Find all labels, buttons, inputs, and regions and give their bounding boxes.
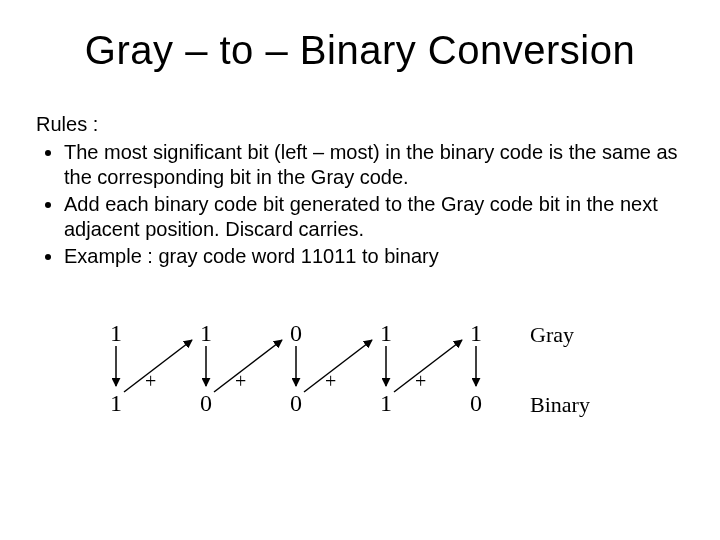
rules-label: Rules :	[36, 113, 684, 136]
slide: Gray – to – Binary Conversion Rules : Th…	[0, 0, 720, 540]
rule-item: The most significant bit (left – most) i…	[64, 140, 684, 190]
rule-item: Add each binary code bit generated to th…	[64, 192, 684, 242]
svg-line-7	[304, 340, 372, 392]
diagram-arrows	[110, 320, 610, 450]
svg-line-6	[214, 340, 282, 392]
svg-line-8	[394, 340, 462, 392]
conversion-diagram: 1 1 0 1 1 1 0 0 1 0 Gray Binary + + + +	[110, 320, 610, 450]
svg-line-5	[124, 340, 192, 392]
rules-list: The most significant bit (left – most) i…	[36, 140, 684, 269]
rule-item: Example : gray code word 11011 to binary	[64, 244, 684, 269]
slide-title: Gray – to – Binary Conversion	[36, 28, 684, 73]
